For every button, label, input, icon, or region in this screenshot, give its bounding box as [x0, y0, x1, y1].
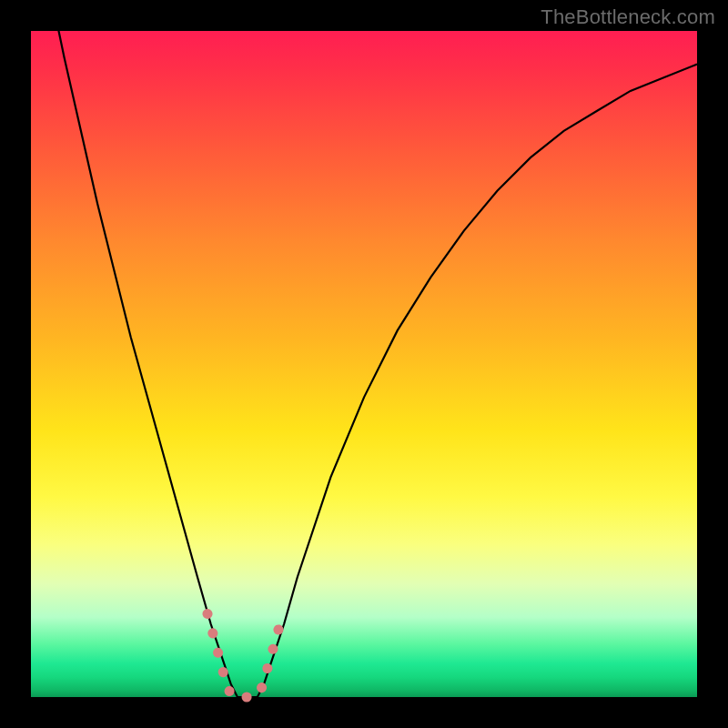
watermark-text: TheBottleneck.com — [541, 5, 715, 29]
highlight-dots — [207, 614, 280, 698]
chart-frame: TheBottleneck.com — [0, 0, 728, 728]
bottleneck-curve — [31, 0, 697, 697]
curve-layer — [31, 31, 697, 697]
